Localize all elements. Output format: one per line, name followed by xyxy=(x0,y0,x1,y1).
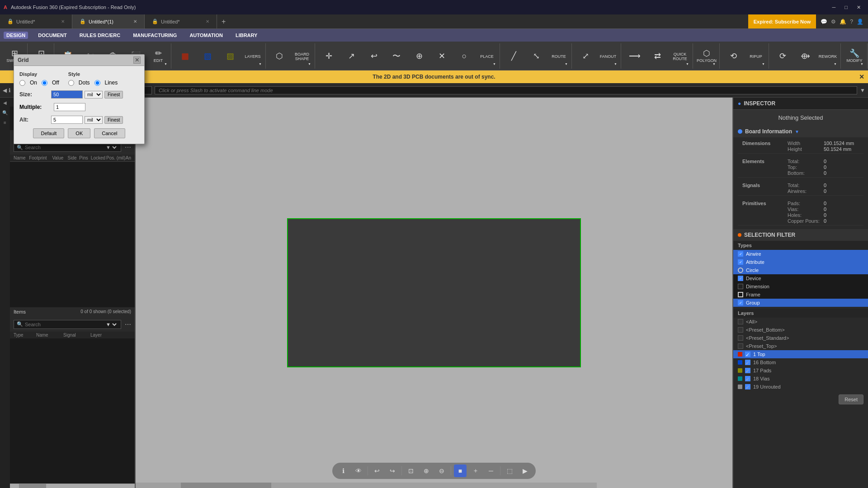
layer-preset-bottom[interactable]: <Preset_Bottom> xyxy=(733,326,868,334)
sidebar-scrollbar-thumb[interactable] xyxy=(19,484,46,488)
filter-device[interactable]: ✓ Device xyxy=(733,274,868,282)
menu-library[interactable]: LIBRARY xyxy=(233,32,260,39)
info-icon[interactable]: ℹ xyxy=(9,87,11,94)
tab-add-button[interactable]: + xyxy=(217,14,230,28)
items-more-btn[interactable]: ⋯ xyxy=(123,321,133,328)
maximize-button[interactable]: □ xyxy=(841,4,851,11)
layer-16-bottom-checkbox[interactable]: ✓ xyxy=(745,360,750,365)
ripup-btn[interactable]: ⟲ xyxy=(722,45,744,67)
canvas-scrollbar-thumb-h[interactable] xyxy=(181,483,271,488)
items-search-filter[interactable]: ▼ xyxy=(104,321,118,328)
ripup-label-btn[interactable]: RIPUP xyxy=(745,45,767,67)
alt-finest-button[interactable]: Finest xyxy=(104,116,123,124)
devices-more-btn[interactable]: ⋯ xyxy=(123,144,133,151)
layer-preset-bottom-checkbox[interactable] xyxy=(738,327,743,333)
zoom-in-btn[interactable]: ⊕ xyxy=(420,465,433,477)
redo-btn[interactable]: ↪ xyxy=(386,465,399,477)
user-icon[interactable]: 👤 xyxy=(857,19,863,25)
layer-all[interactable]: <All> xyxy=(733,318,868,326)
rework-label-btn[interactable]: REWORK xyxy=(817,45,839,67)
size-input[interactable] xyxy=(51,90,83,99)
dialog-close-button[interactable]: ✕ xyxy=(133,56,141,64)
board-info-header[interactable]: Board Information ▼ xyxy=(733,126,868,137)
minimize-button[interactable]: ─ xyxy=(829,4,840,11)
fanout-btn[interactable]: ⤢ xyxy=(575,45,596,67)
layer-all-checkbox[interactable] xyxy=(738,319,743,324)
comment-icon[interactable]: 💬 xyxy=(821,19,827,25)
tab-untitled3[interactable]: 🔒 Untitled* ✕ xyxy=(145,14,217,28)
multiple-input[interactable] xyxy=(54,103,85,111)
info-btn[interactable]: ℹ xyxy=(337,465,349,477)
sidebar-browse-btn[interactable]: ≡ xyxy=(0,117,10,127)
tab-untitled1[interactable]: 🔒 Untitled* ✕ xyxy=(0,14,72,28)
place-circle-btn[interactable]: ○ xyxy=(453,45,475,67)
board-shape-btn[interactable]: ⬡ xyxy=(269,45,290,67)
menu-document[interactable]: DOCUMENT xyxy=(35,32,70,39)
settings-icon[interactable]: ⚙ xyxy=(831,19,836,25)
attribute-checkbox[interactable]: ✓ xyxy=(738,259,743,265)
expired-badge[interactable]: Expired: Subscribe Now xyxy=(748,14,816,28)
tab-close-icon2[interactable]: ✕ xyxy=(133,19,137,24)
close-button[interactable]: ✕ xyxy=(853,4,864,11)
layer-preset-standard[interactable]: <Preset_Standard> xyxy=(733,334,868,342)
alt-input[interactable] xyxy=(51,116,83,124)
help-icon[interactable]: ? xyxy=(850,19,853,25)
layer-19-unrouted[interactable]: ✓ 19 Unrouted xyxy=(733,383,868,391)
qroute-btn2[interactable]: ⇄ xyxy=(646,45,668,67)
display-on-radio[interactable] xyxy=(19,80,25,86)
notification-icon[interactable]: 🔔 xyxy=(840,19,846,25)
layer-1-top[interactable]: ✓ 1 Top xyxy=(733,350,868,358)
reset-button[interactable]: Reset xyxy=(839,394,863,404)
size-finest-button[interactable]: Finest xyxy=(104,91,123,99)
alt-unit-select[interactable]: mil mm xyxy=(85,116,103,124)
layer-17-pads-checkbox[interactable]: ✓ xyxy=(745,368,750,373)
layer2-button[interactable]: ▧ xyxy=(197,45,218,67)
place-route-btn[interactable]: 〜 xyxy=(386,45,407,67)
rework-btn2[interactable]: ⟴ xyxy=(794,45,816,67)
polygon-btn[interactable]: ⬡ POLYGON xyxy=(696,45,717,67)
size-unit-select[interactable]: mil mm xyxy=(85,91,103,99)
items-search-input[interactable] xyxy=(25,322,102,327)
sidebar-collapse-btn[interactable]: ◀ xyxy=(0,98,10,108)
zoom-out-btn[interactable]: ⊖ xyxy=(435,465,448,477)
pcb-canvas[interactable] xyxy=(287,218,581,367)
fanout-label-btn[interactable]: FANOUT xyxy=(597,45,619,67)
route-btn2[interactable]: ⤡ xyxy=(525,45,547,67)
group-checkbox[interactable]: ✓ xyxy=(738,300,743,305)
sidebar-scrollbar-h[interactable] xyxy=(10,483,135,488)
devices-search-filter[interactable]: ▼ xyxy=(104,144,118,150)
layers-btn[interactable]: ⬚ xyxy=(503,465,516,477)
fit-btn[interactable]: ⊡ xyxy=(405,465,417,477)
style-lines-radio[interactable] xyxy=(94,80,100,86)
command-input[interactable] xyxy=(155,86,857,94)
airwire-checkbox[interactable]: ✓ xyxy=(738,251,743,257)
dimension-checkbox[interactable] xyxy=(738,284,743,289)
board-shape-label-btn[interactable]: BOARD SHAPE xyxy=(291,45,313,67)
display-off-radio[interactable] xyxy=(42,80,47,86)
menu-design[interactable]: DESIGN xyxy=(4,32,28,39)
more-btn2[interactable]: ▶ xyxy=(519,465,531,477)
qroute-btn1[interactable]: ⟶ xyxy=(624,45,646,67)
ok-button[interactable]: OK xyxy=(68,128,90,138)
layer-preset-top[interactable]: <Preset_Top> xyxy=(733,342,868,350)
place-arrow-btn[interactable]: ↗ xyxy=(340,45,362,67)
layer-1-top-checkbox[interactable]: ✓ xyxy=(745,352,750,357)
tab-close-icon[interactable]: ✕ xyxy=(61,19,65,24)
canvas-scrollbar-h[interactable] xyxy=(136,483,597,488)
layer-preset-standard-checkbox[interactable] xyxy=(738,335,743,341)
layers-label-btn[interactable]: LAYERS xyxy=(242,45,264,67)
place-undo-btn[interactable]: ↩ xyxy=(363,45,385,67)
filter-group[interactable]: ✓ Group xyxy=(733,299,868,307)
rework-btn1[interactable]: ⟳ xyxy=(772,45,793,67)
layer-chevron-icon[interactable]: ▼ xyxy=(860,87,865,94)
filter-attribute[interactable]: ✓ Attribute xyxy=(733,258,868,266)
layer1-button[interactable]: ▦ xyxy=(174,45,196,67)
style-dots-radio[interactable] xyxy=(68,80,74,86)
route-label-btn[interactable]: ROUTE xyxy=(548,45,570,67)
menu-rules[interactable]: RULES DRC/ERC xyxy=(77,32,123,39)
sidebar-search-btn[interactable]: 🔍 xyxy=(0,108,10,117)
canvas-area[interactable]: ℹ 👁 ↩ ↪ ⊡ ⊕ ⊖ ■ ＋ ─ ⬚ ▶ xyxy=(136,98,732,488)
filter-circle[interactable]: Circle xyxy=(733,266,868,274)
filter-frame[interactable]: Frame xyxy=(733,291,868,299)
tab-close-icon3[interactable]: ✕ xyxy=(206,19,209,24)
